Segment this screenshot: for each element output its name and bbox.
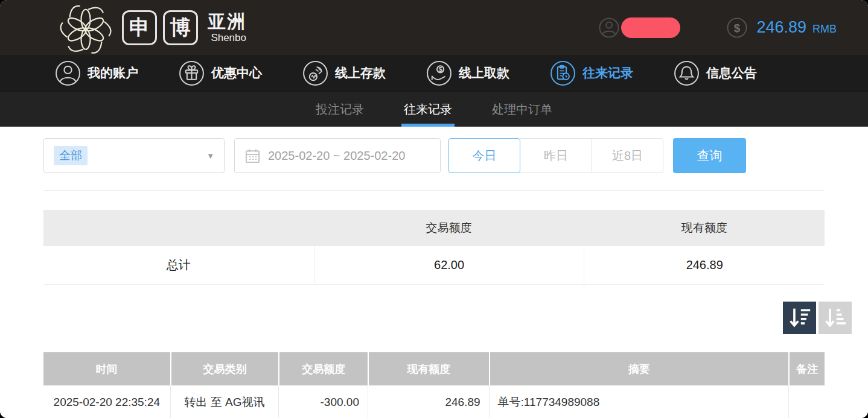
col-header-time: 时间: [43, 352, 170, 385]
sort-ascending-button[interactable]: [819, 302, 852, 334]
date-range-value: 2025-02-20 ~ 2025-02-20: [268, 149, 405, 163]
category-selected-chip: 全部: [54, 146, 88, 165]
deposit-hand-coin-icon: [302, 60, 329, 87]
cell-note: [788, 385, 825, 418]
cell-summary: 单号:117734989088: [489, 385, 789, 418]
nav-item-online-deposit[interactable]: 线上存款: [302, 60, 386, 87]
nav-label: 线上存款: [335, 65, 386, 81]
summary-header-balance: 现有额度: [584, 210, 825, 246]
col-header-note: 备注: [788, 352, 825, 385]
brand-suffix-zh: 亚洲: [208, 13, 246, 31]
summary-total-balance: 246.89: [584, 246, 825, 284]
gift-icon: [178, 60, 205, 87]
brand-logo[interactable]: 申 博 亚洲 Shenbo: [58, 1, 246, 54]
cell-type: 转出 至 AG视讯: [170, 385, 279, 418]
avatar-icon: [598, 17, 620, 39]
brand-suffix-en: Shenbo: [211, 33, 246, 43]
brand-char-1: 申: [122, 10, 157, 45]
date-range-input[interactable]: 2025-02-20 ~ 2025-02-20: [234, 138, 441, 173]
col-header-summary: 摘要: [489, 352, 789, 385]
sort-controls: [0, 285, 868, 334]
records-table-header: 时间 交易类别 交易额度 现有额度 摘要 备注: [43, 352, 825, 385]
balance-currency: RMB: [812, 19, 837, 36]
brand-char-2: 博: [163, 10, 198, 45]
sort-descending-button[interactable]: [783, 302, 816, 334]
brand-suffix: 亚洲 Shenbo: [208, 13, 246, 43]
username-redacted-pill: [621, 17, 680, 38]
tab-transaction-records[interactable]: 往来记录: [401, 92, 455, 127]
cell-balance: 246.89: [368, 385, 489, 418]
summary-header-empty: [43, 210, 314, 246]
filter-row: 全部 ▼ 2025-02-20 ~ 2025-02-20 今日 昨日 近8日 查…: [0, 127, 868, 173]
nav-label: 往来记录: [582, 65, 633, 81]
main-navigation: 我的账户 优惠中心 线上存款: [0, 55, 868, 92]
nav-label: 我的账户: [88, 65, 138, 81]
nav-label: 信息公告: [706, 65, 757, 81]
summary-total-label: 总计: [43, 246, 314, 284]
flower-logo-icon: [58, 1, 113, 54]
summary-table: 交易额度 现有额度 总计 62.00 246.89: [43, 210, 825, 285]
brand-name-boxes: 申 博: [122, 10, 198, 45]
records-table: 时间 交易类别 交易额度 现有额度 摘要 备注 2025-02-20 22:35…: [43, 352, 825, 418]
svg-text:$: $: [734, 21, 741, 34]
summary-total-trade-amount: 62.00: [314, 246, 584, 284]
summary-header-trade-amount: 交易额度: [314, 210, 584, 246]
dollar-coin-icon: $: [726, 17, 748, 39]
topbar-right: $ 246.89 RMB: [598, 17, 837, 39]
quick-button-last-8-days[interactable]: 近8日: [592, 138, 663, 173]
summary-table-header: 交易额度 现有额度: [43, 210, 825, 246]
quick-date-buttons: 今日 昨日 近8日: [448, 138, 663, 173]
svg-text:$: $: [438, 65, 442, 72]
user-circle-icon: [54, 60, 81, 87]
cell-time: 2025-02-20 22:35:24: [43, 385, 170, 418]
sort-ascending-icon: [823, 306, 847, 329]
nav-item-promotions[interactable]: 优惠中心: [178, 60, 262, 87]
col-header-type: 交易类别: [170, 352, 279, 385]
quick-button-today[interactable]: 今日: [448, 138, 520, 173]
cell-trade-amount: -300.00: [278, 385, 368, 418]
bell-icon: [673, 60, 700, 87]
divider: [43, 190, 825, 191]
quick-button-yesterday[interactable]: 昨日: [520, 138, 592, 173]
nav-item-announcements[interactable]: 信息公告: [673, 60, 757, 87]
col-header-trade-amount: 交易额度: [278, 352, 368, 385]
records-clipboard-clock-icon: [549, 60, 576, 87]
withdraw-hand-coin-icon: $: [426, 60, 453, 87]
nav-label: 线上取款: [459, 65, 509, 81]
tab-pending-orders[interactable]: 处理中订单: [490, 92, 555, 127]
user-account-chip[interactable]: [598, 17, 680, 39]
nav-item-transaction-records[interactable]: 往来记录: [549, 60, 633, 87]
col-header-balance: 现有额度: [368, 352, 489, 385]
nav-item-online-withdrawal[interactable]: $ 线上取款: [426, 60, 509, 87]
category-select[interactable]: 全部 ▼: [43, 138, 225, 173]
content-area: 全部 ▼ 2025-02-20 ~ 2025-02-20 今日 昨日 近8日 查…: [0, 127, 868, 418]
sort-descending-icon: [788, 306, 812, 329]
summary-total-row: 总计 62.00 246.89: [43, 246, 825, 285]
top-header: 申 博 亚洲 Shenbo $: [0, 0, 868, 55]
balance-display[interactable]: $ 246.89 RMB: [726, 17, 837, 39]
chevron-down-icon: ▼: [206, 151, 214, 160]
app-window: 申 博 亚洲 Shenbo $: [0, 0, 868, 418]
tab-betting-records[interactable]: 投注记录: [313, 92, 366, 127]
balance-amount: 246.89: [756, 18, 806, 37]
calendar-icon: [244, 148, 261, 164]
nav-label: 优惠中心: [211, 65, 262, 81]
table-row: 2025-02-20 22:35:24 转出 至 AG视讯 -300.00 24…: [43, 385, 825, 418]
search-button[interactable]: 查询: [673, 138, 746, 173]
nav-item-my-account[interactable]: 我的账户: [54, 60, 138, 87]
record-subtabs: 投注记录 往来记录 处理中订单: [0, 92, 868, 127]
